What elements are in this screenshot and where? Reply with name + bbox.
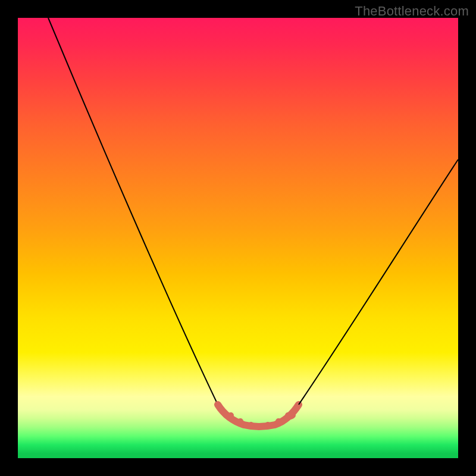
watermark-text: TheBottleneck.com [355,4,469,19]
curve-left-arm [48,18,218,405]
curve-right-arm [299,159,458,405]
chart-stage: TheBottleneck.com [0,0,476,476]
bottleneck-curve [18,18,458,458]
